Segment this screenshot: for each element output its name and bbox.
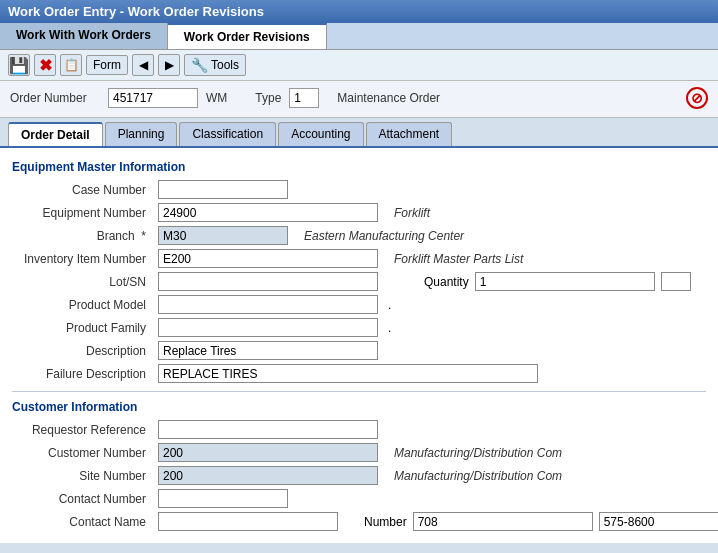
product-family-row: Product Family .	[12, 318, 706, 337]
save-button[interactable]: 💾	[8, 54, 30, 76]
site-number-input[interactable]	[158, 466, 378, 485]
customer-number-input[interactable]	[158, 443, 378, 462]
delete-icon: ✖	[39, 56, 52, 75]
branch-input[interactable]	[158, 226, 288, 245]
requestor-reference-label: Requestor Reference	[12, 423, 152, 437]
phone-number-1-input[interactable]	[413, 512, 593, 531]
inventory-item-input[interactable]	[158, 249, 378, 268]
tab-planning[interactable]: Planning	[105, 122, 178, 146]
site-number-row: Site Number Manufacturing/Distribution C…	[12, 466, 706, 485]
save-icon: 💾	[9, 56, 29, 75]
prev-button[interactable]: ◀	[132, 54, 154, 76]
product-family-label: Product Family	[12, 321, 152, 335]
title-bar: Work Order Entry - Work Order Revisions	[0, 0, 718, 23]
description-input[interactable]	[158, 341, 378, 360]
requestor-reference-input[interactable]	[158, 420, 378, 439]
tab-order-detail[interactable]: Order Detail	[8, 122, 103, 146]
order-number-suffix: WM	[206, 91, 227, 105]
type-input[interactable]	[289, 88, 319, 108]
nav-tabs: Work With Work Orders Work Order Revisio…	[0, 23, 718, 50]
description-label: Description	[12, 344, 152, 358]
product-model-label: Product Model	[12, 298, 152, 312]
lot-sn-row: Lot/SN Quantity	[12, 272, 706, 291]
type-label: Type	[255, 91, 281, 105]
inventory-item-row: Inventory Item Number Forklift Master Pa…	[12, 249, 706, 268]
contact-name-input[interactable]	[158, 512, 338, 531]
description-row: Description	[12, 341, 706, 360]
site-number-label: Site Number	[12, 469, 152, 483]
copy-icon: 📋	[64, 58, 79, 72]
tools-button[interactable]: 🔧 Tools	[184, 54, 246, 76]
lot-sn-label: Lot/SN	[12, 275, 152, 289]
number-label: Number	[364, 515, 407, 529]
contact-name-row: Contact Name Number	[12, 512, 706, 531]
product-family-input[interactable]	[158, 318, 378, 337]
customer-number-value: Manufacturing/Distribution Com	[394, 446, 562, 460]
order-number-label: Order Number	[10, 91, 100, 105]
delete-button[interactable]: ✖	[34, 54, 56, 76]
order-number-bar: Order Number WM Type Maintenance Order ⊘	[0, 81, 718, 118]
contact-number-row: Contact Number	[12, 489, 706, 508]
customer-section-header: Customer Information	[12, 400, 706, 414]
inventory-item-label: Inventory Item Number	[12, 252, 152, 266]
case-number-label: Case Number	[12, 183, 152, 197]
branch-label: Branch *	[12, 229, 152, 243]
equipment-number-row: Equipment Number Forklift	[12, 203, 706, 222]
contact-name-label: Contact Name	[12, 515, 152, 529]
tab-attachment[interactable]: Attachment	[366, 122, 453, 146]
case-number-row: Case Number	[12, 180, 706, 199]
section-tabs: Order Detail Planning Classification Acc…	[0, 118, 718, 148]
lot-sn-input[interactable]	[158, 272, 378, 291]
form-button[interactable]: Form	[86, 55, 128, 75]
tools-icon: 🔧	[191, 57, 208, 73]
equipment-number-input[interactable]	[158, 203, 378, 222]
case-number-input[interactable]	[158, 180, 288, 199]
quantity-label: Quantity	[424, 275, 469, 289]
requestor-reference-row: Requestor Reference	[12, 420, 706, 439]
customer-number-label: Customer Number	[12, 446, 152, 460]
cancel-icon: ⊘	[686, 87, 708, 109]
tab-accounting[interactable]: Accounting	[278, 122, 363, 146]
branch-row: Branch * Eastern Manufacturing Center	[12, 226, 706, 245]
failure-description-input[interactable]	[158, 364, 538, 383]
failure-description-label: Failure Description	[12, 367, 152, 381]
branch-value: Eastern Manufacturing Center	[304, 229, 464, 243]
contact-number-label: Contact Number	[12, 492, 152, 506]
status-label: Maintenance Order	[337, 91, 440, 105]
customer-number-row: Customer Number Manufacturing/Distributi…	[12, 443, 706, 462]
site-number-value: Manufacturing/Distribution Com	[394, 469, 562, 483]
equipment-number-label: Equipment Number	[12, 206, 152, 220]
contact-number-input[interactable]	[158, 489, 288, 508]
main-content: Order Detail Planning Classification Acc…	[0, 118, 718, 543]
next-icon: ▶	[165, 58, 174, 72]
inventory-item-value: Forklift Master Parts List	[394, 252, 523, 266]
equipment-section-header: Equipment Master Information	[12, 160, 706, 174]
nav-tab-work-order-revisions[interactable]: Work Order Revisions	[168, 23, 327, 49]
phone-number-2-input[interactable]	[599, 512, 718, 531]
tab-classification[interactable]: Classification	[179, 122, 276, 146]
quantity-input[interactable]	[475, 272, 655, 291]
nav-tab-work-with-work-orders[interactable]: Work With Work Orders	[0, 23, 168, 49]
product-model-row: Product Model .	[12, 295, 706, 314]
order-number-input[interactable]	[108, 88, 198, 108]
title-text: Work Order Entry - Work Order Revisions	[8, 4, 264, 19]
product-family-dot: .	[388, 321, 391, 335]
next-button[interactable]: ▶	[158, 54, 180, 76]
product-model-dot: .	[388, 298, 391, 312]
product-model-input[interactable]	[158, 295, 378, 314]
equipment-number-value: Forklift	[394, 206, 430, 220]
quantity-small-input[interactable]	[661, 272, 691, 291]
toolbar: 💾 ✖ 📋 Form ◀ ▶ 🔧 Tools	[0, 50, 718, 81]
prev-icon: ◀	[139, 58, 148, 72]
copy-button[interactable]: 📋	[60, 54, 82, 76]
failure-description-row: Failure Description	[12, 364, 706, 383]
content-area: Equipment Master Information Case Number…	[0, 148, 718, 543]
